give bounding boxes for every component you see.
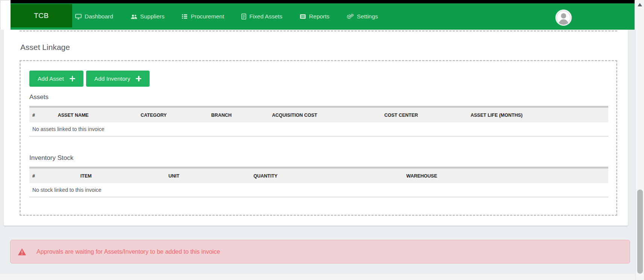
nav-item-fixed-assets[interactable]: Fixed Assets: [241, 13, 282, 20]
content-card: Asset Linkage Add Asset Add Inventory As…: [4, 30, 628, 226]
assets-heading: Assets: [29, 93, 616, 101]
top-black-strip: [11, 0, 635, 3]
column-header: ASSET LIFE (MONTHS): [468, 113, 608, 118]
nav-item-reports[interactable]: Reports: [300, 13, 329, 20]
inventory-table: # ITEM UNIT QUANTITY WAREHOUSE No stock …: [29, 167, 608, 197]
approval-warning-alert: Approvals are waiting for Assets/Invento…: [10, 240, 630, 263]
nav-item-label: Fixed Assets: [249, 13, 282, 20]
plus-icon: [70, 76, 75, 81]
nav-item-suppliers[interactable]: Suppliers: [130, 13, 165, 20]
scroll-up-arrow[interactable]: [638, 3, 642, 6]
brand-logo[interactable]: TCB: [11, 4, 72, 27]
scrollbar[interactable]: [635, 0, 644, 280]
inventory-heading: Inventory Stock: [29, 154, 616, 162]
column-header: ASSET NAME: [55, 113, 138, 118]
nav-item-label: Dashboard: [85, 13, 113, 20]
dashboard-icon: [75, 14, 82, 20]
app-window: TCB Dashboard Suppliers Procurement: [0, 0, 644, 280]
page-title: Asset Linkage: [20, 43, 70, 52]
column-header: WAREHOUSE: [403, 173, 608, 179]
inventory-empty-row: No stock linked to this invoice: [29, 183, 608, 197]
nav-item-label: Procurement: [191, 13, 224, 20]
alert-message: Approvals are waiting for Assets/Invento…: [36, 248, 220, 255]
page-bottom-strip: [0, 274, 635, 280]
panel-toolbar: Add Asset Add Inventory: [29, 71, 616, 87]
nav-item-label: Reports: [309, 13, 329, 20]
column-header: ACQUISITION COST: [269, 113, 382, 118]
nav-item-settings[interactable]: Settings: [347, 13, 378, 20]
nav-item-label: Suppliers: [140, 13, 165, 20]
dashed-divider: [20, 30, 617, 32]
column-header: CATEGORY: [138, 113, 208, 118]
warning-icon: [18, 248, 26, 256]
add-asset-label: Add Asset: [38, 75, 64, 82]
column-header: #: [29, 173, 77, 179]
asset-linkage-panel: Add Asset Add Inventory Assets # ASSET N…: [20, 60, 617, 216]
column-header: #: [29, 113, 55, 118]
nav-item-dashboard[interactable]: Dashboard: [75, 13, 113, 20]
plus-icon: [136, 76, 141, 81]
nav-item-label: Settings: [357, 13, 378, 20]
inventory-table-header: # ITEM UNIT QUANTITY WAREHOUSE: [29, 169, 608, 183]
column-header: BRANCH: [208, 113, 269, 118]
nav-item-procurement[interactable]: Procurement: [182, 13, 224, 20]
column-header: UNIT: [165, 173, 250, 179]
column-header: COST CENTER: [381, 113, 467, 118]
top-navbar: TCB Dashboard Suppliers Procurement: [11, 3, 635, 30]
user-icon: [556, 11, 571, 25]
fixed-assets-icon: [241, 14, 246, 20]
assets-table-header: # ASSET NAME CATEGORY BRANCH ACQUISITION…: [29, 108, 608, 122]
procurement-icon: [182, 14, 188, 19]
suppliers-icon: [130, 14, 137, 20]
scrollbar-thumb[interactable]: [637, 190, 643, 274]
add-inventory-label: Add Inventory: [94, 75, 130, 82]
column-header: QUANTITY: [250, 173, 403, 179]
nav-menu: Dashboard Suppliers Procurement Fixed As…: [75, 3, 378, 30]
assets-empty-row: No assets linked to this invoice: [29, 122, 608, 137]
add-inventory-button[interactable]: Add Inventory: [86, 71, 150, 87]
add-asset-button[interactable]: Add Asset: [29, 71, 83, 87]
column-header: ITEM: [77, 173, 165, 179]
settings-icon: [347, 14, 354, 20]
reports-icon: [300, 14, 306, 19]
assets-table: # ASSET NAME CATEGORY BRANCH ACQUISITION…: [29, 106, 608, 137]
avatar[interactable]: [556, 10, 571, 26]
